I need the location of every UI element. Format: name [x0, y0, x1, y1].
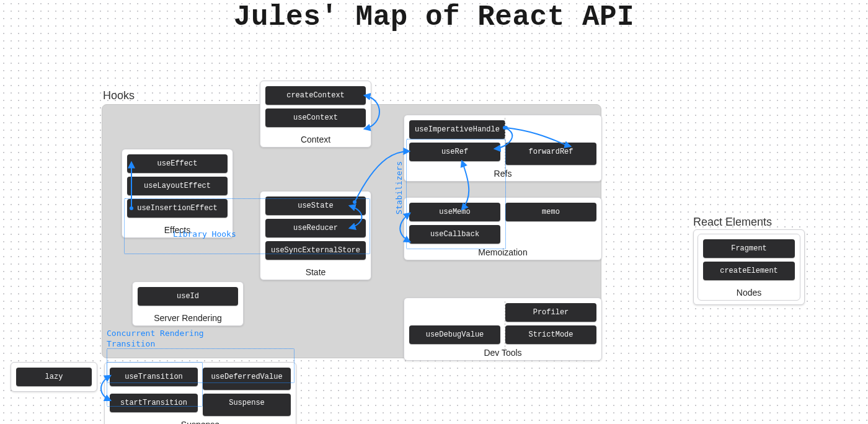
tile-useEffect: useEffect [127, 154, 228, 173]
tile-useContext: useContext [265, 108, 366, 127]
caption-effects: Effects [122, 225, 232, 235]
group-context: createContext useContext Context [260, 81, 371, 148]
group-lazy: lazy [11, 362, 97, 392]
tile-Fragment: Fragment [703, 239, 795, 258]
tile-forwardRef: forwardRef [505, 143, 596, 165]
tile-StrictMode: StrictMode [505, 325, 596, 344]
tile-lazy: lazy [16, 368, 92, 386]
react-elements-label: React Elements [693, 216, 772, 229]
tile-startTransition: startTransition [110, 394, 198, 412]
caption-memo: Memoization [404, 247, 601, 257]
caption-refs: Refs [404, 169, 601, 179]
tile-memo: memo [505, 203, 596, 221]
group-react-elements: Fragment createElement Nodes [693, 229, 805, 305]
tile-useId: useId [138, 287, 238, 306]
tile-useReducer: useReducer [265, 219, 366, 237]
caption-context: Context [260, 135, 371, 144]
tile-useLayoutEffect: useLayoutEffect [127, 177, 228, 195]
tile-useDeferredValue: useDeferredValue [203, 368, 291, 390]
tile-useState: useState [265, 197, 366, 215]
tile-Profiler: Profiler [505, 303, 596, 322]
tile-createElement: createElement [703, 262, 795, 280]
hooks-label: Hooks [103, 89, 135, 102]
divider-devtools [505, 301, 505, 353]
group-refs: useImperativeHandle useRef forwardRef Re… [404, 115, 602, 182]
group-memoization: useMemo useCallback memo Memoization [404, 197, 602, 260]
tile-useImperativeHandle: useImperativeHandle [409, 120, 505, 139]
caption-nodes: Nodes [698, 288, 800, 298]
caption-state: State [260, 267, 371, 277]
group-suspense: useTransition useDeferredValue startTran… [104, 362, 296, 424]
tile-useCallback: useCallback [409, 225, 500, 244]
tile-useSyncExternalStore: useSyncExternalStore [265, 241, 366, 260]
group-server-rendering: useId Server Rendering [132, 281, 244, 326]
tile-useMemo: useMemo [409, 203, 500, 221]
group-state: useState useReducer useSyncExternalStore… [260, 191, 371, 280]
tile-Suspense: Suspense [203, 394, 291, 416]
tile-useInsertionEffect: useInsertionEffect [127, 199, 228, 218]
caption-devtools: Dev Tools [404, 348, 601, 358]
tile-useTransition: useTransition [110, 368, 198, 386]
tile-useDebugValue: useDebugValue [409, 325, 500, 344]
divider-refs [505, 118, 505, 175]
page-title: Jules' Map of React API [0, 1, 868, 33]
caption-server: Server Rendering [133, 313, 243, 323]
group-nodes: Fragment createElement Nodes [698, 234, 800, 301]
group-dev-tools: useDebugValue Profiler StrictMode Dev To… [404, 298, 602, 361]
tile-useRef: useRef [409, 143, 500, 161]
caption-suspense: Suspense [105, 420, 296, 424]
tile-createContext: createContext [265, 86, 366, 105]
group-effects: useEffect useLayoutEffect useInsertionEf… [122, 149, 233, 238]
